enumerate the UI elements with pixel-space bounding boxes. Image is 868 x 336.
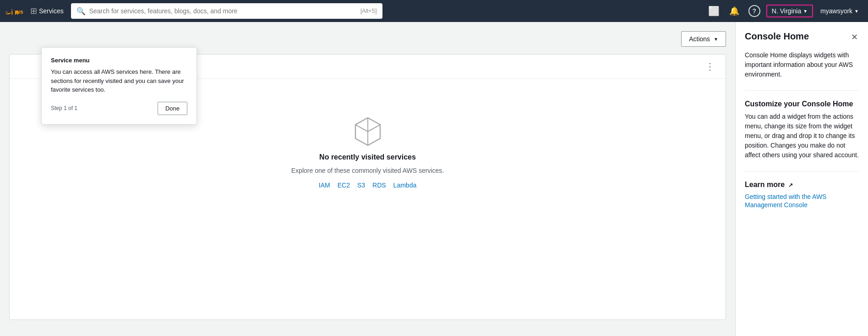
- actions-button[interactable]: Actions ▼: [681, 31, 726, 47]
- services-label: Services: [39, 7, 64, 15]
- panel-header: Console Home ✕: [745, 31, 859, 43]
- customize-text: You can add a widget from the actions me…: [745, 112, 859, 160]
- left-content: Service menu You can access all AWS serv…: [0, 22, 735, 336]
- panel-divider-2: [745, 171, 859, 171]
- region-label: N. Virginia: [772, 7, 801, 15]
- tooltip-body: You can access all AWS services here. Th…: [51, 67, 187, 94]
- notifications-button[interactable]: 🔔: [726, 3, 742, 19]
- learn-more-label: Learn more: [745, 181, 785, 188]
- getting-started-link[interactable]: Getting started with the AWS Management …: [745, 193, 826, 209]
- service-menu-tooltip: Service menu You can access all AWS serv…: [41, 47, 197, 125]
- chevron-down-icon: ▼: [854, 9, 859, 14]
- chevron-down-icon: ▼: [714, 37, 718, 42]
- customize-section: Customize your Console Home You can add …: [745, 100, 859, 160]
- main-area: Service menu You can access all AWS serv…: [0, 22, 868, 336]
- empty-state-subtitle: Explore one of these commonly visited AW…: [291, 167, 444, 174]
- actions-label: Actions: [689, 35, 710, 43]
- panel-description-section: Console Home displays widgets with impor…: [745, 50, 859, 79]
- search-icon: 🔍: [76, 7, 86, 16]
- service-link-rds[interactable]: RDS: [372, 182, 386, 189]
- aws-logo[interactable]: ws: [5, 2, 23, 20]
- service-link-lambda[interactable]: Lambda: [393, 182, 417, 189]
- service-links: IAM EC2 S3 RDS Lambda: [319, 182, 416, 189]
- search-input[interactable]: [89, 7, 357, 15]
- tooltip-step: Step 1 of 1: [51, 105, 77, 111]
- panel-title: Console Home: [745, 31, 809, 42]
- learn-more-section: Learn more ↗ Getting started with the AW…: [745, 181, 859, 209]
- account-label: myawsyork: [820, 7, 852, 15]
- widget-menu-button[interactable]: ⋮: [702, 60, 718, 73]
- panel-divider-1: [745, 90, 859, 91]
- top-navigation: ws ⊞ Services 🔍 [Alt+S] ⬜ 🔔 ? N. Virgini…: [0, 0, 868, 22]
- learn-more-heading: Learn more ↗: [745, 181, 859, 189]
- svg-text:ws: ws: [15, 8, 23, 15]
- right-panel: Console Home ✕ Console Home displays wid…: [735, 22, 868, 336]
- search-bar[interactable]: 🔍 [Alt+S]: [71, 3, 382, 19]
- cloudshell-icon: ⬜: [708, 6, 720, 17]
- customize-title: Customize your Console Home: [745, 100, 859, 108]
- help-icon: ?: [748, 5, 760, 17]
- bell-icon: 🔔: [729, 6, 739, 16]
- empty-state-title: No recently visited services: [319, 153, 416, 161]
- cloudshell-button[interactable]: ⬜: [706, 3, 722, 19]
- service-link-iam[interactable]: IAM: [319, 182, 330, 189]
- chevron-down-icon: ▼: [803, 9, 808, 14]
- service-link-ec2[interactable]: EC2: [338, 182, 350, 189]
- tooltip-footer: Step 1 of 1 Done: [51, 102, 187, 115]
- external-link-icon: ↗: [788, 182, 793, 188]
- close-panel-button[interactable]: ✕: [850, 31, 859, 43]
- tooltip-title: Service menu: [51, 57, 187, 64]
- region-selector[interactable]: N. Virginia ▼: [766, 5, 813, 17]
- account-menu[interactable]: myawsyork ▼: [817, 6, 863, 17]
- cube-icon: [352, 116, 384, 148]
- help-button[interactable]: ?: [746, 3, 763, 19]
- toolbar: Actions ▼: [9, 31, 726, 47]
- services-menu-button[interactable]: ⊞ Services: [27, 4, 67, 18]
- search-shortcut: [Alt+S]: [360, 8, 377, 14]
- panel-description: Console Home displays widgets with impor…: [745, 50, 859, 79]
- service-link-s3[interactable]: S3: [357, 182, 365, 189]
- done-button[interactable]: Done: [158, 102, 187, 115]
